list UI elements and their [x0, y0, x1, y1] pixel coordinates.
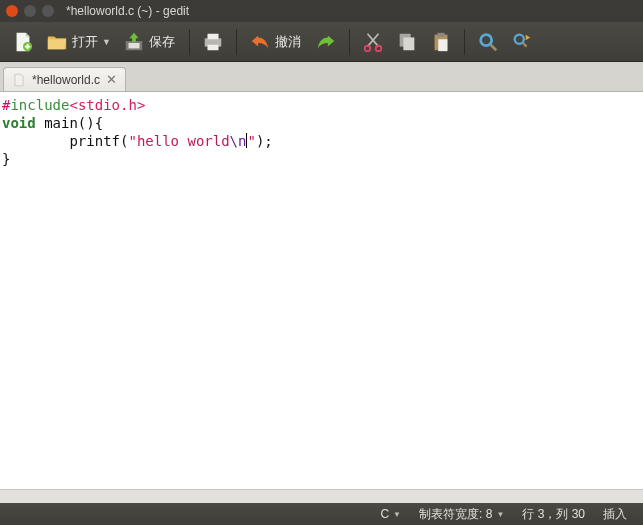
cut-icon [362, 31, 384, 53]
save-label: 保存 [149, 33, 175, 51]
save-icon [123, 31, 145, 53]
toolbar: 打开 ▼ 保存 撤消 [0, 22, 643, 62]
open-label: 打开 [72, 33, 98, 51]
dropdown-arrow-icon: ▼ [496, 510, 504, 519]
save-button[interactable]: 保存 [119, 27, 181, 57]
open-folder-icon [46, 31, 68, 53]
svg-rect-2 [128, 42, 139, 47]
paste-button[interactable] [426, 27, 456, 57]
code-token: \n [230, 133, 247, 149]
new-file-button[interactable] [8, 27, 38, 57]
find-replace-icon [511, 31, 533, 53]
toolbar-separator-1 [189, 29, 190, 55]
tab-close-button[interactable]: ✕ [106, 72, 117, 87]
document-tab[interactable]: *helloworld.c ✕ [3, 67, 126, 91]
undo-button[interactable]: 撤消 [245, 27, 307, 57]
window-minimize-button[interactable] [24, 5, 36, 17]
svg-rect-4 [207, 33, 218, 39]
language-selector[interactable]: C ▼ [374, 507, 407, 521]
position-label: 行 3，列 30 [522, 506, 585, 523]
toolbar-separator-4 [464, 29, 465, 55]
svg-point-7 [376, 45, 382, 50]
statusbar: C ▼ 制表符宽度: 8 ▼ 行 3，列 30 插入 [0, 503, 643, 525]
window-close-button[interactable] [6, 5, 18, 17]
window-title: *helloworld.c (~) - gedit [66, 4, 189, 18]
print-button[interactable] [198, 27, 228, 57]
paste-icon [430, 31, 452, 53]
svg-rect-9 [403, 37, 414, 50]
search-icon [477, 31, 499, 53]
code-token: main(){ [36, 115, 103, 131]
code-token: ); [256, 133, 273, 149]
code-token: void [2, 115, 36, 131]
open-button[interactable]: 打开 ▼ [42, 27, 115, 57]
new-file-icon [12, 31, 34, 53]
cursor-position: 行 3，列 30 [516, 506, 591, 523]
titlebar: *helloworld.c (~) - gedit [0, 0, 643, 22]
tabwidth-label: 制表符宽度: 8 [419, 506, 492, 523]
horizontal-scrollbar[interactable] [0, 489, 643, 503]
code-token: " [247, 133, 255, 149]
code-token: printf( [69, 133, 128, 149]
code-token: "hello world [128, 133, 229, 149]
print-icon [202, 31, 224, 53]
undo-label: 撤消 [275, 33, 301, 51]
copy-icon [396, 31, 418, 53]
document-icon [12, 73, 26, 87]
undo-icon [249, 31, 271, 53]
svg-point-6 [365, 45, 371, 50]
language-label: C [380, 507, 389, 521]
code-token: } [2, 151, 10, 167]
code-token [2, 133, 69, 149]
svg-rect-5 [207, 44, 218, 50]
window-maximize-button[interactable] [42, 5, 54, 17]
find-button[interactable] [473, 27, 503, 57]
toolbar-separator-3 [349, 29, 350, 55]
code-token: include [10, 97, 69, 113]
code-token: <stdio.h> [69, 97, 145, 113]
svg-point-14 [515, 34, 524, 43]
toolbar-separator-2 [236, 29, 237, 55]
cut-button[interactable] [358, 27, 388, 57]
tabbar: *helloworld.c ✕ [0, 62, 643, 92]
insert-mode[interactable]: 插入 [597, 506, 633, 523]
redo-icon [315, 31, 337, 53]
find-replace-button[interactable] [507, 27, 537, 57]
svg-rect-12 [438, 39, 447, 51]
dropdown-arrow-icon: ▼ [393, 510, 401, 519]
copy-button[interactable] [392, 27, 422, 57]
svg-point-13 [481, 34, 492, 45]
tab-label: *helloworld.c [32, 73, 100, 87]
svg-rect-11 [437, 32, 444, 36]
code-editor[interactable]: #include<stdio.h> void main(){ printf("h… [0, 92, 643, 489]
tabwidth-selector[interactable]: 制表符宽度: 8 ▼ [413, 506, 510, 523]
redo-button[interactable] [311, 27, 341, 57]
insert-mode-label: 插入 [603, 506, 627, 523]
open-dropdown-arrow[interactable]: ▼ [102, 37, 111, 47]
